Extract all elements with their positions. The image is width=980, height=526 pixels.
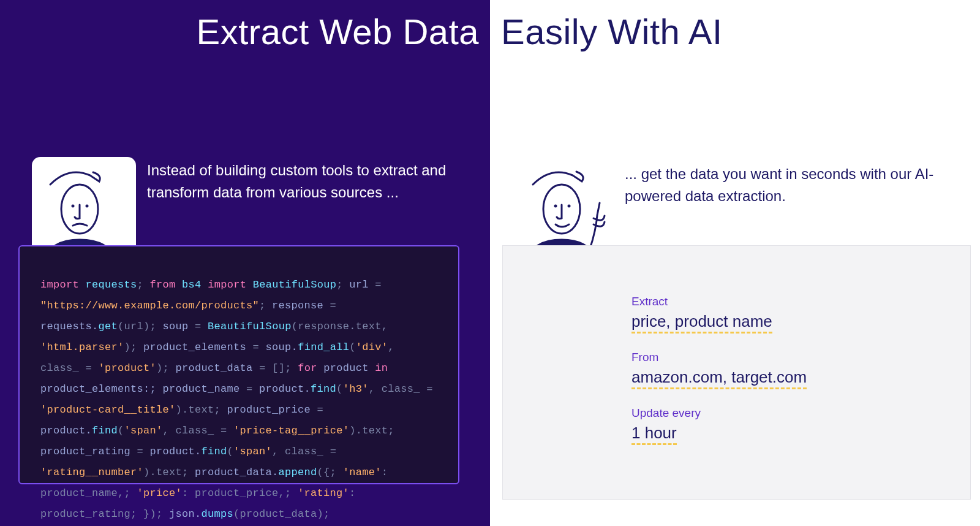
field-value[interactable]: amazon.com, target.com: [631, 368, 807, 389]
field-label: Update every: [631, 406, 933, 420]
field-label: Extract: [631, 295, 933, 308]
svg-point-1: [72, 205, 75, 208]
svg-point-2: [86, 205, 89, 208]
ai-form-card: Extract price, product name From amazon.…: [502, 245, 971, 500]
right-blurb: ... get the data you want in seconds wit…: [625, 163, 949, 207]
field-label: From: [631, 351, 933, 364]
svg-point-5: [568, 205, 571, 208]
field-from: From amazon.com, target.com: [631, 351, 933, 387]
right-panel: Easily With AI ... get the data you want…: [490, 0, 980, 526]
page-title-left: Extract Web Data: [197, 11, 479, 52]
svg-point-4: [554, 205, 557, 208]
page-root: Extract Web Data Instead of building cus…: [0, 0, 980, 526]
page-title-right: Easily With AI: [501, 11, 723, 52]
field-value[interactable]: price, product name: [631, 312, 772, 334]
left-blurb: Instead of building custom tools to extr…: [147, 159, 453, 204]
field-update-every: Update every 1 hour: [631, 406, 933, 443]
left-panel: Extract Web Data Instead of building cus…: [0, 0, 490, 526]
field-value[interactable]: 1 hour: [631, 424, 677, 445]
code-snippet: import requests; from bs4 import Beautif…: [18, 245, 459, 484]
field-extract: Extract price, product name: [631, 295, 933, 331]
